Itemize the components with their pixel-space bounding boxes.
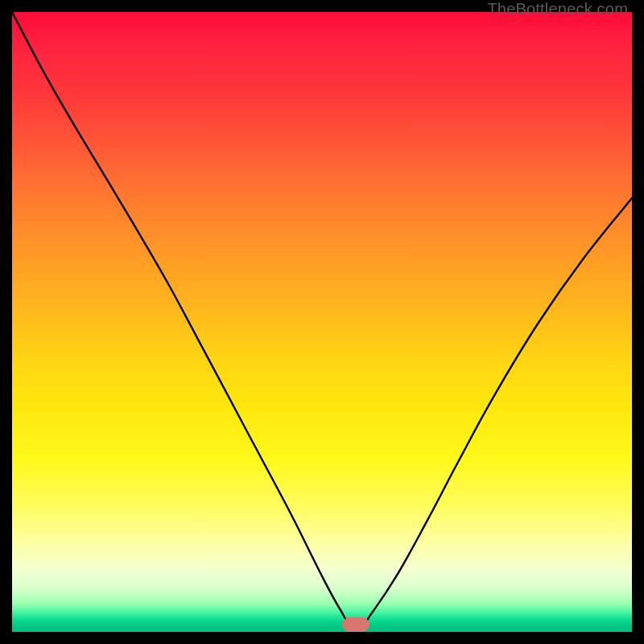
minimum-marker xyxy=(342,617,369,632)
curve-svg xyxy=(12,12,632,632)
plot-area xyxy=(12,12,632,632)
chart-frame: TheBottleneck.com xyxy=(0,0,644,644)
watermark-text: TheBottleneck.com xyxy=(487,0,628,19)
bottleneck-curve xyxy=(12,12,632,632)
